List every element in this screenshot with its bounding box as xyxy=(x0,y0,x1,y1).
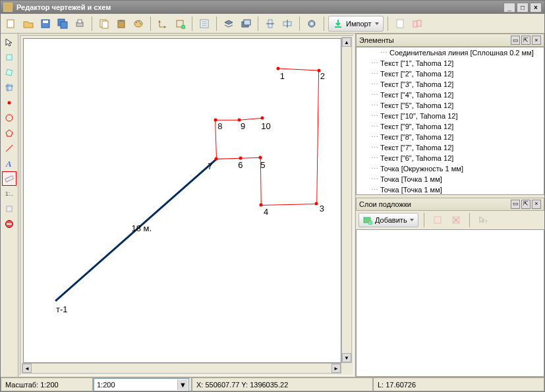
scroll-left-icon[interactable]: ◄ xyxy=(22,364,32,373)
paste-button[interactable] xyxy=(113,16,129,32)
tree-dots-icon: ⋯ xyxy=(371,70,378,78)
polygon-tool[interactable] xyxy=(2,126,16,140)
tree-dots-icon: ⋯ xyxy=(371,186,378,194)
grid-button[interactable] xyxy=(172,16,188,32)
tree-item[interactable]: ⋯Текст ["10", Tahoma 12] xyxy=(357,111,544,121)
open-button[interactable] xyxy=(20,16,36,32)
status-scale-label: Масштаб: 1:200 xyxy=(1,378,93,391)
copy-button[interactable] xyxy=(96,16,112,32)
new-doc-button[interactable] xyxy=(3,16,19,32)
panel-close-button[interactable]: × xyxy=(532,36,541,45)
elements-title: Элементы xyxy=(359,36,394,44)
tree-dots-icon: ⋯ xyxy=(371,165,378,173)
status-coords: X: 550607.77 Y: 1396035.22 xyxy=(192,378,373,391)
svg-point-16 xyxy=(181,25,185,29)
tree-item[interactable]: ⋯Точка [Точка 1 мм] xyxy=(357,184,544,195)
elements-tree[interactable]: ⋯Соединительная линия [Сплошная 0.2 мм]⋯… xyxy=(356,47,544,195)
svg-rect-41 xyxy=(7,206,12,211)
tree-dots-icon: ⋯ xyxy=(371,59,378,68)
save-all-button[interactable] xyxy=(55,16,71,32)
tree-item[interactable]: ⋯Текст ["4", Tahoma 12] xyxy=(357,90,544,100)
tree-dots-icon: ⋯ xyxy=(371,133,378,142)
label-dist: 18 м. xyxy=(132,223,152,233)
import-button[interactable]: Импорт xyxy=(328,16,384,32)
tool-palette: A 1:.. xyxy=(1,34,18,377)
axes-button[interactable] xyxy=(155,16,171,32)
ruler-tool[interactable] xyxy=(2,171,16,186)
tree-item-label: Текст ["6", Tahoma 12] xyxy=(380,154,453,162)
add-layer-button[interactable]: Добавить xyxy=(359,213,418,227)
tree-item-label: Текст ["2", Tahoma 12] xyxy=(380,70,453,78)
svg-rect-28 xyxy=(397,20,403,28)
scale-combo[interactable]: 1:200 ▼ xyxy=(94,378,189,391)
svg-point-37 xyxy=(6,115,13,121)
layers-close-button[interactable]: × xyxy=(532,200,541,209)
svg-rect-29 xyxy=(413,21,417,27)
point-tool[interactable] xyxy=(2,96,16,110)
page-button[interactable] xyxy=(392,16,408,32)
hand-tool[interactable] xyxy=(2,50,16,65)
text-tool[interactable]: A xyxy=(2,156,16,171)
tree-item[interactable]: ⋯Текст ["7", Tahoma 12] xyxy=(357,142,544,153)
vertical-scrollbar[interactable]: ▲ ▼ xyxy=(341,37,352,363)
circle-tool[interactable] xyxy=(2,111,16,125)
layer-delete-button[interactable] xyxy=(448,212,464,228)
svg-rect-0 xyxy=(7,20,14,28)
svg-rect-32 xyxy=(6,69,13,76)
line-tool[interactable] xyxy=(2,141,16,155)
tree-dots-icon: ⋯ xyxy=(371,123,378,131)
lock-tool[interactable] xyxy=(2,202,16,216)
width-button[interactable] xyxy=(262,16,278,32)
horizontal-scrollbar[interactable]: ◄ ► xyxy=(22,363,341,374)
tree-item[interactable]: ⋯Текст ["2", Tahoma 12] xyxy=(357,69,544,79)
layers-pin-button[interactable]: ⇱ xyxy=(521,200,531,209)
tree-item-label: Текст ["5", Tahoma 12] xyxy=(380,101,453,109)
add-icon xyxy=(363,215,372,225)
panel-pin-button[interactable]: ⇱ xyxy=(521,36,531,45)
tree-item[interactable]: ⋯Соединительная линия [Сплошная 0.2 мм] xyxy=(357,47,544,58)
tree-dots-icon: ⋯ xyxy=(380,49,387,57)
tree-dots-icon: ⋯ xyxy=(371,144,378,152)
tree-item[interactable]: ⋯Текст ["6", Tahoma 12] xyxy=(357,153,544,163)
list-button[interactable] xyxy=(196,16,212,32)
svg-rect-49 xyxy=(434,217,441,223)
layer-up-button[interactable] xyxy=(238,16,254,32)
layer-help-button[interactable]: ? xyxy=(475,212,491,228)
layers-menu-button[interactable]: ▭ xyxy=(511,200,520,209)
layers-tree[interactable] xyxy=(356,229,544,378)
tree-item[interactable]: ⋯Точка [Точка 1 мм] xyxy=(357,174,544,184)
rotate-tool[interactable] xyxy=(2,65,16,80)
scroll-up-icon[interactable]: ▲ xyxy=(342,38,351,47)
gear-button[interactable] xyxy=(304,16,320,32)
label-3: 3 xyxy=(320,204,324,213)
scroll-right-icon[interactable]: ► xyxy=(331,364,341,373)
pointer-tool[interactable] xyxy=(2,35,16,49)
svg-text:?: ? xyxy=(484,219,488,225)
stop-tool[interactable] xyxy=(2,217,16,231)
titlebar: Редактор чертежей и схем _ □ × xyxy=(1,1,544,14)
drawing-canvas[interactable]: 1 2 3 4 5 6 7 8 9 10 т-1 18 м. xyxy=(23,38,341,363)
tree-item[interactable]: ⋯Точка [Окружность 1 мм] xyxy=(357,163,544,174)
pages-button[interactable] xyxy=(409,16,425,32)
import-label: Импорт xyxy=(346,20,371,28)
layers-button[interactable] xyxy=(221,16,237,32)
panel-menu-button[interactable]: ▭ xyxy=(511,36,520,45)
close-button[interactable]: × xyxy=(530,3,542,13)
layer-edit-button[interactable] xyxy=(430,212,445,228)
main-toolbar: Импорт xyxy=(1,14,544,34)
minimize-button[interactable]: _ xyxy=(503,3,515,13)
tree-item[interactable]: ⋯Текст ["3", Tahoma 12] xyxy=(357,79,544,90)
palette-button[interactable] xyxy=(130,16,146,32)
tree-item-label: Точка [Окружность 1 мм] xyxy=(380,165,463,173)
save-button[interactable] xyxy=(38,16,53,32)
crop-tool[interactable] xyxy=(2,80,16,95)
tree-item[interactable]: ⋯Текст ["9", Tahoma 12] xyxy=(357,121,544,132)
tree-item[interactable]: ⋯Текст ["8", Tahoma 12] xyxy=(357,132,544,142)
maximize-button[interactable]: □ xyxy=(517,3,529,13)
tree-item[interactable]: ⋯Текст ["1", Tahoma 12] xyxy=(357,58,544,69)
print-button[interactable] xyxy=(72,16,88,32)
scroll-down-icon[interactable]: ▼ xyxy=(342,353,351,362)
tree-item-label: Текст ["4", Tahoma 12] xyxy=(380,91,453,99)
tree-item[interactable]: ⋯Текст ["5", Tahoma 12] xyxy=(357,100,544,111)
height-button[interactable] xyxy=(279,16,295,32)
